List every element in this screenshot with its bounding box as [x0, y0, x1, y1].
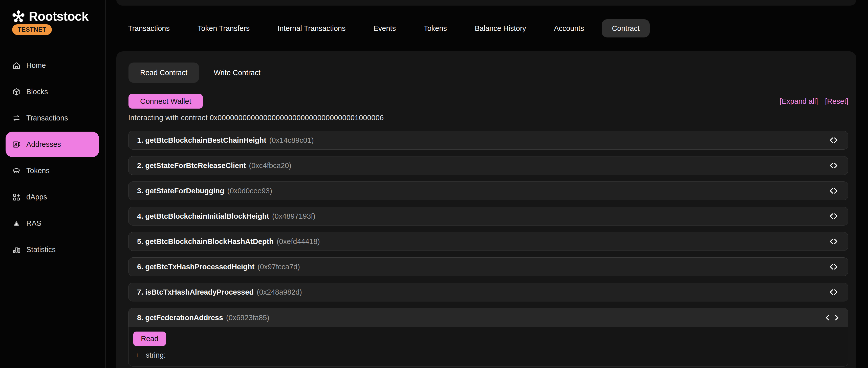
function-list: 1. getBtcBlockchainBestChainHeight(0x14c…: [128, 131, 848, 366]
interacting-with-contract-text: Interacting with contract 0x000000000000…: [128, 114, 384, 122]
output-type-label: string:: [146, 351, 166, 359]
code-brackets-icon: [828, 238, 839, 245]
expand-all-link[interactable]: [Expand all]: [780, 97, 818, 106]
function-row[interactable]: 1. getBtcBlockchainBestChainHeight(0x14c…: [128, 131, 848, 149]
page: { "brand": { "name": "Rootstock", "badge…: [0, 0, 868, 368]
tab-transactions[interactable]: Transactions: [128, 24, 170, 33]
main-area: TransactionsToken TransfersInternal Tran…: [106, 0, 868, 368]
address-tabs: TransactionsToken TransfersInternal Tran…: [128, 19, 650, 37]
testnet-badge: TESTNET: [12, 24, 52, 35]
previous-card-edge: [116, 0, 856, 6]
code-brackets-icon: [828, 263, 839, 271]
sidebar-item-addresses[interactable]: Addresses: [6, 132, 99, 157]
function-name: 3. getStateForDebugging: [137, 187, 224, 195]
function-name: 2. getStateForBtcReleaseClient: [137, 162, 246, 170]
tab-events[interactable]: Events: [373, 24, 396, 33]
contract-card: Read Contract Write Contract Connect Wal…: [116, 51, 856, 368]
code-brackets-icon: [828, 162, 839, 169]
function-name: 1. getBtcBlockchainBestChainHeight: [137, 136, 266, 144]
code-brackets-icon: [828, 288, 839, 296]
sidebar-item-tokens[interactable]: Tokens: [6, 158, 99, 183]
sidebar-item-dapps[interactable]: dApps: [6, 184, 99, 210]
code-brackets-icon: [828, 187, 839, 195]
sidebar-item-label: Addresses: [26, 140, 61, 148]
home-icon: [12, 61, 21, 70]
sidebar-item-home[interactable]: Home: [6, 53, 99, 78]
function-row[interactable]: 3. getStateForDebugging(0x0d0cee93): [128, 181, 848, 200]
sidebar: Rootstock TESTNET HomeBlocksTransactions…: [0, 0, 106, 368]
sidebar-item-statistics[interactable]: Statistics: [6, 237, 99, 262]
function-name: 4. getBtcBlockchainInitialBlockHeight: [137, 212, 269, 221]
function-selector: (0x248a982d): [257, 288, 302, 296]
brand-name: Rootstock: [29, 9, 88, 24]
tab-read-contract[interactable]: Read Contract: [128, 62, 199, 83]
rootstock-logo[interactable]: Rootstock: [12, 9, 88, 24]
tab-contract[interactable]: Contract: [602, 19, 650, 37]
function-row[interactable]: 4. getBtcBlockchainInitialBlockHeight(0x…: [128, 207, 848, 226]
contract-address: 0x00000000000000000000000000000000010000…: [210, 114, 384, 122]
statistics-icon: [12, 246, 21, 254]
read-button[interactable]: Read: [133, 332, 166, 346]
interacting-prefix: Interacting with contract: [128, 114, 210, 122]
panel-links: [Expand all] [Reset]: [780, 97, 848, 106]
function-selector: (0xc4fbca20): [249, 162, 291, 170]
tab-tokens[interactable]: Tokens: [424, 24, 447, 33]
tab-write-contract[interactable]: Write Contract: [214, 62, 260, 83]
function-row[interactable]: 7. isBtcTxHashAlreadyProcessed(0x248a982…: [128, 283, 848, 302]
function-selector: (0x14c89c01): [269, 136, 314, 144]
reset-link[interactable]: [Reset]: [825, 97, 848, 106]
tab-internal-transactions[interactable]: Internal Transactions: [277, 24, 345, 33]
function-row[interactable]: 2. getStateForBtcReleaseClient(0xc4fbca2…: [128, 156, 848, 175]
rootstock-logo-icon: [12, 10, 25, 23]
sidebar-nav: HomeBlocksTransactionsAddressesTokensdAp…: [0, 53, 105, 263]
function-selector: (0x6923fa85): [226, 314, 269, 322]
function-row: 8. getFederationAddress(0x6923fa85)Read∟…: [128, 308, 848, 366]
sidebar-item-ras[interactable]: RAS: [6, 210, 99, 236]
sidebar-item-label: Blocks: [26, 88, 48, 96]
tokens-icon: [12, 167, 21, 175]
function-name: 6. getBtcTxHashProcessedHeight: [137, 263, 254, 271]
function-expanded-body: Read∟string:: [128, 327, 848, 366]
function-selector: (0x0d0cee93): [227, 187, 272, 195]
code-brackets-icon: [828, 136, 839, 144]
code-brackets-icon: [828, 213, 839, 220]
blocks-icon: [12, 88, 21, 96]
connect-wallet-button[interactable]: Connect Wallet: [128, 94, 203, 109]
function-row[interactable]: 5. getBtcBlockchainBlockHashAtDepth(0xef…: [128, 232, 848, 251]
transactions-icon: [12, 114, 21, 122]
corner-glyph-icon: ∟: [136, 351, 142, 359]
sidebar-item-blocks[interactable]: Blocks: [6, 79, 99, 105]
tab-balance-history[interactable]: Balance History: [475, 24, 526, 33]
contract-subtabs: Read Contract Write Contract: [128, 62, 260, 83]
function-name: 8. getFederationAddress: [137, 314, 223, 322]
ras-icon: [12, 219, 21, 228]
function-selector: (0x97fcca7d): [257, 263, 300, 271]
function-name: 5. getBtcBlockchainBlockHashAtDepth: [137, 237, 274, 246]
sidebar-item-label: Tokens: [26, 167, 50, 175]
function-name: 7. isBtcTxHashAlreadyProcessed: [137, 288, 254, 296]
dapps-icon: [12, 193, 21, 201]
tab-token-transfers[interactable]: Token Transfers: [197, 24, 250, 33]
addresses-icon: [12, 140, 21, 149]
code-brackets-icon: [825, 314, 839, 321]
sidebar-item-label: dApps: [26, 193, 47, 201]
sidebar-item-label: RAS: [26, 219, 41, 228]
function-selector: (0x4897193f): [272, 212, 315, 221]
sidebar-item-label: Home: [26, 61, 46, 69]
function-row-header[interactable]: 8. getFederationAddress(0x6923fa85): [128, 308, 848, 327]
function-row[interactable]: 6. getBtcTxHashProcessedHeight(0x97fcca7…: [128, 257, 848, 276]
sidebar-item-label: Statistics: [26, 246, 56, 254]
sidebar-item-transactions[interactable]: Transactions: [6, 105, 99, 131]
function-selector: (0xefd44418): [277, 237, 320, 246]
tab-accounts[interactable]: Accounts: [554, 24, 584, 33]
output-line: ∟string:: [136, 351, 839, 359]
sidebar-item-label: Transactions: [26, 114, 68, 122]
